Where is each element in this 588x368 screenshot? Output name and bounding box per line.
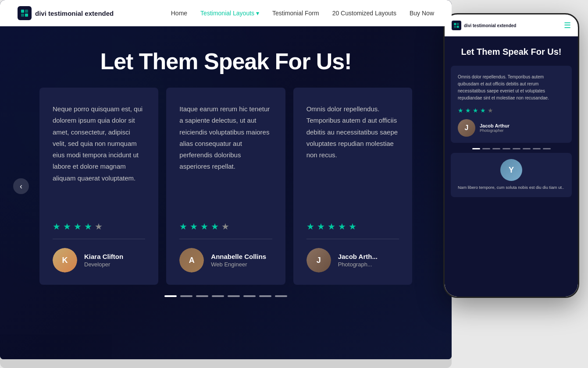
star-1-2: ★: [63, 221, 71, 232]
nav-home[interactable]: Home: [171, 10, 187, 17]
mobile-author-name: Jacob Arthur: [480, 123, 510, 128]
mobile-dot-4[interactable]: [502, 148, 510, 149]
svg-rect-4: [454, 23, 456, 25]
brand-text: divi testimonial extended: [35, 10, 114, 17]
author-info-2: Annabelle Collins Web Engineer: [211, 253, 266, 268]
dot-7[interactable]: [259, 295, 271, 297]
dot-1[interactable]: [164, 295, 177, 297]
hamburger-icon[interactable]: ☰: [564, 21, 571, 30]
hero-title: Let Them Speak For Us!: [9, 48, 443, 74]
mobile-brand: divi testimonial extended: [452, 21, 516, 30]
carousel-dots: [0, 295, 452, 306]
mobile-author: J Jacob Arthur Photographer: [458, 119, 565, 137]
mobile-brand-text: divi testimonial extended: [464, 23, 516, 28]
star-3-4: ★: [338, 221, 346, 232]
nav-buy-now[interactable]: Buy Now: [410, 10, 434, 17]
author-name-1: Kiara Clifton: [84, 253, 123, 260]
mobile-dot-6[interactable]: [523, 148, 531, 149]
star-2-5: ★: [221, 221, 229, 232]
mobile-frame: divi testimonial extended ☰ Let Them Spe…: [439, 0, 588, 368]
mobile-dot-5[interactable]: [513, 148, 520, 149]
mobile-author-info: Jacob Arthur Photographer: [480, 123, 510, 133]
mobile-author-role: Photographer: [480, 128, 510, 133]
card-divider-1: [53, 239, 145, 239]
mobile-star-3: ★: [473, 107, 478, 114]
dot-6[interactable]: [243, 295, 256, 297]
nav-menu: Home Testimonial Layouts ▾ Testimonial F…: [171, 9, 434, 17]
testimonial-card-3: Omnis dolor repellendus. Temporibus aute…: [293, 88, 412, 285]
dot-2[interactable]: [180, 295, 192, 297]
nav-customized-layouts[interactable]: 20 Customized Layouts: [332, 10, 396, 17]
dot-3[interactable]: [196, 295, 208, 297]
svg-rect-6: [454, 26, 456, 28]
testimonials-container: Neque porro quisquam est, qui dolorem ip…: [31, 88, 421, 285]
mobile-hero: Let Them Speak For Us!: [445, 36, 578, 62]
mobile-star-2: ★: [465, 107, 471, 114]
mobile-card-preview: Y Nam libero tempore, cum soluta nobis e…: [451, 153, 572, 197]
star-2-2: ★: [190, 221, 198, 232]
author-role-2: Web Engineer: [211, 261, 266, 268]
author-role-1: Developer: [84, 261, 123, 268]
star-2-4: ★: [211, 221, 219, 232]
star-3-3: ★: [328, 221, 335, 232]
author-name-3: Jacob Arth...: [338, 253, 378, 260]
nav-testimonial-layouts[interactable]: Testimonial Layouts ▾: [200, 10, 259, 17]
testimonial-card-1: Neque porro quisquam est, qui dolorem ip…: [39, 88, 158, 285]
star-2-3: ★: [200, 221, 208, 232]
mobile-dot-1[interactable]: [472, 148, 480, 149]
mobile-card: Omnis dolor repellendus. Temporibus aute…: [451, 66, 572, 143]
author-1: K Kiara Clifton Developer: [53, 248, 145, 272]
mobile-stars: ★ ★ ★ ★ ★: [458, 107, 565, 114]
star-2-1: ★: [179, 221, 187, 232]
svg-rect-5: [457, 23, 459, 25]
navbar: divi testimonial extended Home Testimoni…: [0, 0, 452, 26]
author-name-2: Annabelle Collins: [211, 253, 266, 260]
mobile-star-4: ★: [480, 107, 486, 114]
laptop-frame: divi testimonial extended Home Testimoni…: [0, 0, 452, 368]
star-3-1: ★: [306, 221, 314, 232]
mobile-brand-icon: [452, 21, 461, 30]
author-info-1: Kiara Clifton Developer: [84, 253, 123, 268]
mobile-avatar: J: [458, 119, 475, 137]
dot-8[interactable]: [275, 295, 287, 297]
mobile-preview-avatar: Y: [500, 159, 522, 181]
brand-logo[interactable]: divi testimonial extended: [18, 6, 114, 20]
author-2: A Annabelle Collins Web Engineer: [179, 248, 272, 272]
mobile-dot-2[interactable]: [482, 148, 490, 149]
mobile-dot-3[interactable]: [492, 148, 500, 149]
author-3: J Jacob Arth... Photograph...: [306, 248, 399, 272]
hero-section: Let Them Speak For Us!: [0, 26, 452, 88]
mobile-carousel-dots: [445, 148, 578, 149]
dot-4[interactable]: [212, 295, 224, 297]
laptop-screen: divi testimonial extended Home Testimoni…: [0, 0, 452, 359]
svg-rect-2: [21, 14, 24, 17]
author-role-3: Photograph...: [338, 261, 378, 268]
star-1-4: ★: [84, 221, 92, 232]
mobile-dot-8[interactable]: [543, 148, 551, 149]
star-3-5: ★: [349, 221, 356, 232]
stars-1: ★ ★ ★ ★ ★: [53, 221, 145, 232]
svg-rect-1: [25, 10, 28, 13]
brand-icon: [18, 6, 32, 20]
author-info-3: Jacob Arth... Photograph...: [338, 253, 378, 268]
star-1-5: ★: [95, 221, 103, 232]
avatar-3: J: [306, 248, 331, 272]
dot-5[interactable]: [228, 295, 240, 297]
stars-2: ★ ★ ★ ★ ★: [179, 221, 272, 232]
avatar-1: K: [53, 248, 77, 272]
svg-rect-3: [25, 14, 28, 17]
mobile-hero-title: Let Them Speak For Us!: [452, 47, 571, 57]
star-1-3: ★: [74, 221, 82, 232]
testimonial-text-3: Omnis dolor repellendus. Temporibus aute…: [306, 103, 399, 212]
svg-rect-0: [21, 10, 24, 13]
mobile-device: divi testimonial extended ☰ Let Them Spe…: [443, 13, 579, 298]
star-1-1: ★: [53, 221, 61, 232]
svg-rect-7: [457, 26, 459, 28]
dropdown-chevron-icon: ▾: [256, 10, 259, 17]
mobile-star-5: ★: [488, 107, 493, 114]
prev-arrow[interactable]: ‹: [13, 178, 29, 194]
mobile-screen: divi testimonial extended ☰ Let Them Spe…: [445, 14, 578, 297]
mobile-dot-7[interactable]: [533, 148, 541, 149]
nav-testimonial-form[interactable]: Testimonial Form: [272, 10, 319, 17]
card-divider-2: [179, 239, 272, 239]
